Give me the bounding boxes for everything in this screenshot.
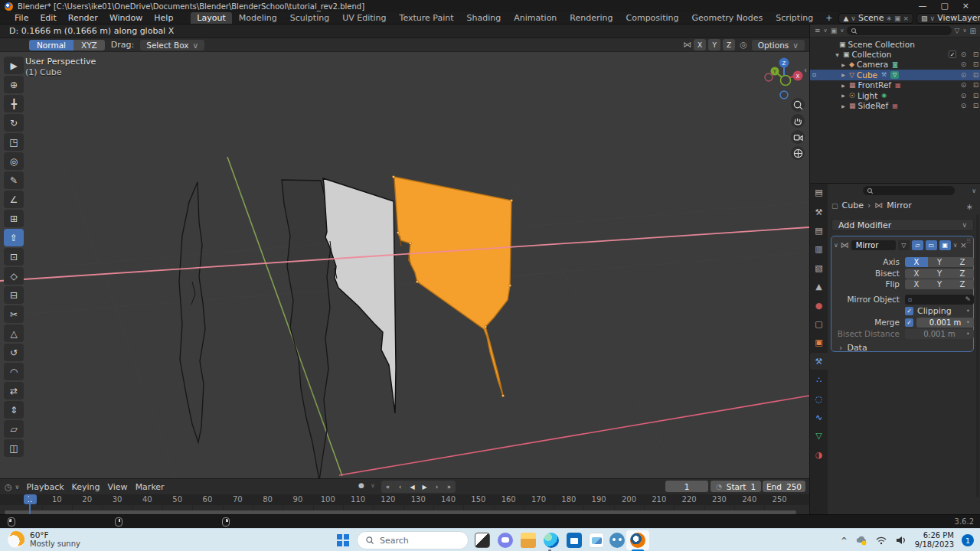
bisect-y-toggle[interactable]: Y: [928, 269, 951, 279]
tool-add-cube[interactable]: ⊞: [4, 210, 24, 227]
blender-taskbar-icon[interactable]: [630, 533, 645, 548]
viewport-canvas[interactable]: [0, 52, 809, 478]
pin-id-icon[interactable]: ∗: [966, 202, 973, 212]
tool-measure[interactable]: ∠: [4, 191, 24, 208]
task-view-icon[interactable]: [475, 533, 490, 548]
tool-smooth[interactable]: ◠: [4, 363, 24, 380]
menu-window[interactable]: Window: [104, 12, 148, 24]
taskbar-weather-widget[interactable]: 60°F Mostly sunny: [8, 530, 80, 548]
flip-x-toggle[interactable]: X: [905, 279, 928, 289]
flip-z-toggle[interactable]: Z: [951, 279, 974, 289]
data-subpanel-header[interactable]: Data: [847, 343, 867, 353]
photos-app-icon[interactable]: [589, 533, 604, 548]
workspace-tab-animation[interactable]: Animation: [508, 12, 563, 24]
outliner-row-collection[interactable]: ▼▣Collection✓⊙⊡: [810, 49, 980, 59]
menu-render[interactable]: Render: [63, 12, 103, 24]
copy-scene-icon[interactable]: ▣: [894, 15, 901, 22]
tool-spin[interactable]: ↺: [4, 344, 24, 361]
outliner-row-sideref[interactable]: ▶▦SideRef▦⊙⊡: [810, 100, 980, 110]
mirror-object-field[interactable]: ▫ ✎: [905, 295, 974, 305]
tab-collection[interactable]: ▢: [810, 315, 828, 332]
display-render-toggle[interactable]: ▣: [939, 240, 951, 250]
menu-help[interactable]: Help: [149, 12, 178, 24]
hide-eye-icon[interactable]: ⊙: [959, 71, 969, 79]
tool-knife[interactable]: ✂: [4, 305, 24, 323]
camera-visibility-icon[interactable]: ⊡: [971, 102, 980, 109]
auto-keying-record-button[interactable]: ●: [358, 481, 364, 489]
timeline-ruler[interactable]: 1102030405060708090100110120130140150160…: [0, 494, 809, 505]
tool-bevel[interactable]: ◇: [4, 267, 24, 285]
tab-world[interactable]: ●: [810, 297, 828, 314]
frame-end-field[interactable]: End 250: [763, 481, 805, 492]
play-button[interactable]: ▶: [419, 481, 430, 492]
mirror-y-button[interactable]: Y: [708, 39, 720, 51]
tab-constraints[interactable]: ∿: [810, 409, 828, 425]
menu-file[interactable]: File: [9, 12, 34, 24]
proportional-editing-icon[interactable]: ◎: [740, 40, 747, 50]
workspace-tab-compositing[interactable]: Compositing: [620, 12, 685, 24]
tool-shrink-fatten[interactable]: ⇕: [4, 401, 24, 419]
zoom-icon[interactable]: [791, 98, 805, 112]
restore-button[interactable]: ▢: [940, 1, 948, 11]
tab-modifiers[interactable]: ⚒: [810, 353, 828, 370]
onedrive-icon[interactable]: [855, 535, 867, 546]
wireframe-mesh-left[interactable]: [179, 182, 205, 442]
sidebar-toggle-arrow[interactable]: ‹: [804, 66, 807, 74]
microsoft-store-icon[interactable]: [567, 533, 582, 548]
timeline-keyframe-strip[interactable]: [0, 505, 809, 510]
next-keyframe-button[interactable]: ›: [431, 481, 443, 492]
minimize-button[interactable]: —: [918, 1, 926, 11]
selected-orange-mesh[interactable]: [394, 177, 511, 396]
orientation-normal-button[interactable]: Normal: [29, 40, 74, 51]
modifier-extras-chevron[interactable]: ∨: [953, 242, 958, 249]
tool-extrude-region[interactable]: ⇧: [4, 229, 24, 246]
workspace-tab-modeling[interactable]: Modeling: [233, 12, 283, 24]
disclosure-icon[interactable]: ▶: [840, 62, 847, 67]
hide-eye-icon[interactable]: ⊙: [959, 51, 969, 58]
hide-eye-icon[interactable]: ⊙: [959, 92, 969, 99]
modifier-name-field[interactable]: Mirror: [851, 240, 896, 250]
outliner-row-frontref[interactable]: ▶▦FrontRef▦⊙⊡: [810, 80, 980, 90]
edge-browser-icon[interactable]: [544, 533, 559, 548]
previous-keyframe-button[interactable]: ‹: [394, 481, 406, 492]
options-dropdown[interactable]: Options ∨: [752, 40, 805, 51]
timeline-menu-playback[interactable]: Playback: [22, 482, 67, 492]
breadcrumb-object[interactable]: Cube: [842, 201, 864, 210]
play-reverse-button[interactable]: ◀: [407, 481, 418, 492]
close-button[interactable]: ×: [962, 1, 969, 11]
outliner-filter-icon[interactable]: ▽: [955, 27, 960, 34]
camera-visibility-icon[interactable]: ⊡: [971, 71, 980, 79]
timeline-menu-keying[interactable]: Keying: [68, 482, 104, 492]
tab-scene[interactable]: ▲: [810, 279, 828, 295]
orthographic-grid-icon[interactable]: [791, 146, 805, 160]
axis-x-toggle[interactable]: X: [905, 257, 928, 267]
jump-to-start-button[interactable]: «: [382, 481, 394, 492]
hide-eye-icon[interactable]: ⊙: [959, 60, 969, 68]
outliner-row-camera[interactable]: ▶◆Camera◙⊙⊡: [810, 60, 980, 70]
properties-scrollbar[interactable]: [976, 214, 979, 497]
workspace-tab-geometry-nodes[interactable]: Geometry Nodes: [685, 12, 769, 24]
clipping-checkbox[interactable]: ✓: [905, 307, 913, 315]
workspace-tab-texture-paint[interactable]: Texture Paint: [394, 12, 460, 24]
scene-selector[interactable]: ▲ ∨ Scene ∗ ▣ ×: [838, 13, 913, 24]
taskbar-clock[interactable]: 6:26 PM 9/18/2023: [915, 531, 954, 549]
pan-hand-icon[interactable]: [791, 114, 805, 128]
tab-material[interactable]: ◑: [810, 446, 828, 463]
gray-mesh[interactable]: [323, 178, 396, 413]
unlink-scene-icon[interactable]: ×: [903, 15, 910, 22]
disclosure-icon[interactable]: ▶: [840, 103, 847, 109]
drag-handle-dots[interactable]: ⠿: [966, 238, 971, 245]
eyedropper-icon[interactable]: ✎: [965, 295, 971, 303]
tool-inset-faces[interactable]: ⊡: [4, 248, 24, 266]
tab-view-layer[interactable]: ▧: [810, 259, 828, 276]
hidden-icons-chevron[interactable]: ^: [841, 536, 847, 545]
breadcrumb-modifier[interactable]: Mirror: [887, 201, 911, 210]
timeline-menu-marker[interactable]: Marker: [132, 482, 168, 492]
bisect-z-toggle[interactable]: Z: [951, 269, 974, 279]
outliner-row-light[interactable]: ▶☉Light◉⊙⊡: [810, 90, 980, 100]
view-layer-selector[interactable]: ▧ ∨ ViewLayer ▣ ×: [916, 13, 980, 24]
timeline-menu-view[interactable]: View: [104, 482, 132, 492]
disclosure-icon[interactable]: ▶: [840, 83, 847, 88]
properties-options-chevron[interactable]: ∨: [972, 187, 976, 194]
hide-eye-icon[interactable]: ⊙: [959, 102, 969, 109]
